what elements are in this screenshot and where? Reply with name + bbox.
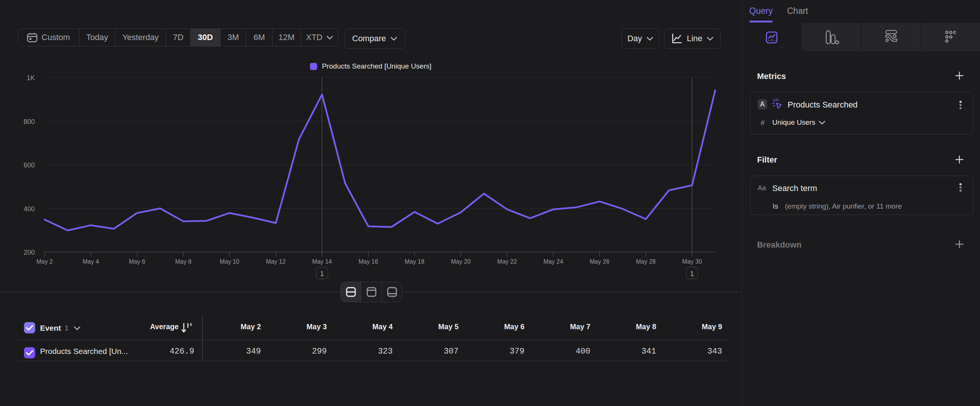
svg-text:May 26: May 26 [590,258,609,265]
svg-text:May 24: May 24 [544,258,563,265]
svg-text:May 30: May 30 [682,258,702,265]
svg-text:May 4: May 4 [83,258,99,265]
svg-text:800: 800 [24,118,35,126]
svg-text:1K: 1K [27,74,35,82]
svg-text:May 28: May 28 [636,258,656,265]
svg-text:May 14: May 14 [312,258,332,265]
svg-text:400: 400 [24,205,35,213]
svg-text:May 16: May 16 [359,258,379,265]
svg-text:600: 600 [24,161,35,169]
svg-text:May 18: May 18 [405,258,425,265]
svg-text:May 12: May 12 [266,258,286,265]
svg-text:May 10: May 10 [220,258,240,265]
svg-text:May 8: May 8 [175,258,192,265]
svg-text:May 6: May 6 [129,258,145,265]
svg-text:May 22: May 22 [497,258,517,265]
svg-text:May 2: May 2 [36,258,53,265]
svg-text:May 20: May 20 [451,258,471,265]
svg-text:1: 1 [690,270,694,277]
svg-text:1: 1 [320,270,324,277]
svg-text:200: 200 [24,249,35,256]
